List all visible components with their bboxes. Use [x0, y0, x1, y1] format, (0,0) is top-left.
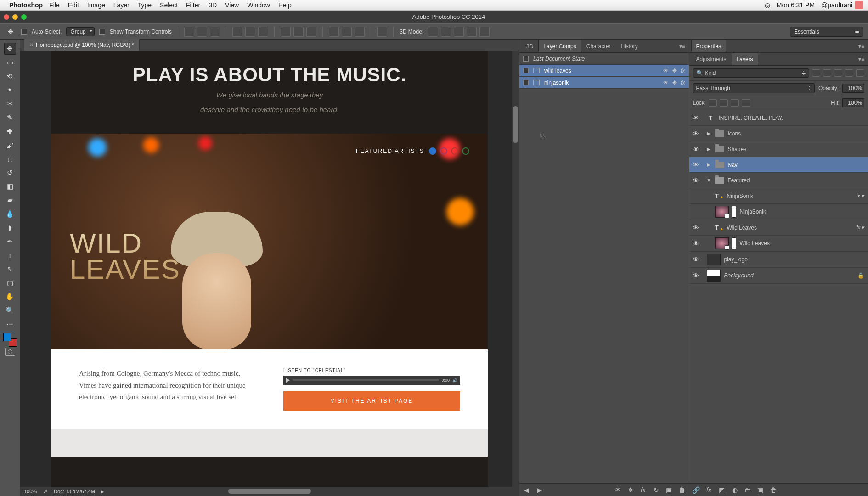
fill-input[interactable]: 100% — [842, 98, 864, 107]
gradient-tool-icon[interactable]: ▰ — [4, 194, 16, 206]
layer-row[interactable]: 👁play_logo — [689, 252, 868, 268]
tab-layer-comps[interactable]: Layer Comps — [538, 40, 581, 52]
layer-comp-apply-checkbox[interactable] — [523, 56, 529, 62]
window-zoom-button[interactable] — [21, 14, 27, 20]
disclosure-icon[interactable]: ▼ — [707, 178, 711, 183]
layer-visibility-icon[interactable]: 👁 — [692, 161, 699, 169]
filter-pixel-icon[interactable] — [812, 69, 820, 77]
position-attr-icon[interactable]: ✥ — [672, 68, 677, 74]
prev-comp-icon[interactable]: ◀ — [522, 486, 530, 494]
app-name[interactable]: Photoshop — [9, 1, 43, 9]
magic-wand-tool-icon[interactable]: ✦ — [4, 84, 16, 96]
document-tab[interactable]: × Homepage.psd @ 100% (Nav, RGB/8) * — [24, 39, 140, 51]
shape-tool-icon[interactable]: ▢ — [4, 277, 16, 289]
menu-select[interactable]: Select — [160, 1, 178, 9]
update-comp-icon[interactable]: ↻ — [652, 486, 660, 494]
quick-mask-icon[interactable] — [5, 348, 15, 356]
layer-visibility-icon[interactable]: 👁 — [692, 256, 699, 263]
layer-row[interactable]: 👁▼Featured — [689, 173, 868, 188]
new-comp-icon[interactable]: ▣ — [665, 486, 673, 494]
align-left-icon[interactable] — [232, 27, 242, 37]
auto-align-icon[interactable] — [377, 27, 387, 37]
distribute-top-icon[interactable] — [281, 27, 291, 37]
3d-roll-icon[interactable] — [441, 27, 451, 37]
zoom-tool-icon[interactable]: 🔍 — [4, 304, 16, 316]
cc-sync-icon[interactable]: ◎ — [765, 1, 770, 9]
layer-visibility-icon[interactable]: 👁 — [692, 177, 699, 184]
menu-file[interactable]: File — [49, 1, 60, 9]
auto-select-target-dropdown[interactable]: Group — [66, 27, 94, 36]
artist-dot-4[interactable] — [462, 147, 469, 155]
layer-visibility-icon[interactable]: 👁 — [692, 114, 699, 122]
menu-type[interactable]: Type — [138, 1, 152, 9]
distribute-right-icon[interactable] — [355, 27, 365, 37]
user-avatar-icon[interactable] — [855, 1, 863, 9]
canvas-horizontal-scrollbar[interactable] — [228, 489, 311, 494]
marquee-tool-icon[interactable]: ▭ — [4, 56, 16, 68]
export-icon[interactable]: ↗ — [43, 489, 47, 495]
align-bottom-icon[interactable] — [210, 27, 220, 37]
distribute-bottom-icon[interactable] — [306, 27, 316, 37]
distribute-hcenter-icon[interactable] — [342, 27, 352, 37]
healing-brush-tool-icon[interactable]: ✚ — [4, 125, 16, 137]
play-icon[interactable] — [286, 378, 290, 383]
lock-all-icon[interactable] — [742, 99, 750, 107]
history-brush-tool-icon[interactable]: ↺ — [4, 167, 16, 179]
distribute-left-icon[interactable] — [329, 27, 339, 37]
lock-position-icon[interactable] — [731, 99, 739, 107]
visibility-attr-icon[interactable]: 👁 — [663, 79, 669, 86]
next-comp-icon[interactable]: ▶ — [535, 486, 543, 494]
layer-comp-row[interactable]: wild leaves 👁 ✥ fx — [519, 65, 689, 77]
layer-visibility-icon[interactable]: 👁 — [692, 272, 699, 279]
menu-3d[interactable]: 3D — [209, 1, 217, 9]
delete-comp-icon[interactable]: 🗑 — [678, 486, 686, 494]
foreground-background-colors[interactable] — [3, 333, 17, 347]
blur-tool-icon[interactable]: 💧 — [4, 208, 16, 220]
tab-close-icon[interactable]: × — [30, 42, 33, 48]
align-hcenter-icon[interactable] — [245, 27, 255, 37]
menu-view[interactable]: View — [225, 1, 239, 9]
filter-smartobj-icon[interactable] — [856, 69, 864, 77]
tab-character[interactable]: Character — [581, 40, 616, 52]
artist-dot-3[interactable] — [451, 147, 458, 155]
visibility-attr-icon[interactable]: 👁 — [663, 68, 669, 74]
update-position-icon[interactable]: ✥ — [626, 486, 635, 494]
layer-comp-last-state[interactable]: Last Document State — [519, 53, 689, 65]
delete-layer-icon[interactable]: 🗑 — [769, 486, 778, 494]
blend-mode-dropdown[interactable]: Pass Through≑ — [693, 83, 815, 93]
panel-menu-icon[interactable]: ▾≡ — [855, 40, 868, 52]
link-layers-icon[interactable]: 🔗 — [692, 486, 700, 494]
volume-icon[interactable]: 🔊 — [452, 378, 457, 383]
layer-visibility-icon[interactable]: 👁 — [692, 146, 699, 153]
3d-pan-icon[interactable] — [454, 27, 464, 37]
appearance-attr-icon[interactable]: fx — [681, 68, 685, 74]
hand-tool-icon[interactable]: ✋ — [4, 291, 16, 303]
edit-toolbar-icon[interactable]: ⋯ — [4, 318, 16, 330]
eyedropper-tool-icon[interactable]: ✎ — [4, 112, 16, 124]
brush-tool-icon[interactable]: 🖌 — [4, 139, 16, 151]
align-vcenter-icon[interactable] — [197, 27, 207, 37]
3d-scale-icon[interactable] — [479, 27, 490, 37]
zoom-level[interactable]: 100% — [24, 489, 37, 494]
layer-row[interactable]: 👁▶Icons — [689, 126, 868, 141]
layer-row[interactable]: 👁Wild Leaves — [689, 236, 868, 252]
menu-image[interactable]: Image — [87, 1, 105, 9]
filter-adjustment-icon[interactable] — [823, 69, 831, 77]
foreground-color-swatch[interactable] — [3, 333, 11, 341]
layer-comp-row[interactable]: ninjasonik 👁 ✥ fx — [519, 77, 689, 89]
tab-adjustments[interactable]: Adjustments — [691, 53, 732, 65]
update-appearance-icon[interactable]: fx — [639, 486, 648, 494]
layer-fx-icon[interactable]: fx ▾ — [856, 225, 864, 231]
opacity-input[interactable]: 100% — [842, 84, 864, 93]
layer-row[interactable]: 👁▶Shapes — [689, 141, 868, 157]
panel-menu-icon[interactable]: ▾≡ — [676, 40, 689, 52]
new-layer-icon[interactable]: ▣ — [756, 486, 765, 494]
filter-type-icon[interactable] — [834, 69, 842, 77]
tab-3d[interactable]: 3D — [521, 40, 538, 52]
move-tool-icon[interactable]: ✥ — [4, 43, 16, 55]
panel-menu-icon[interactable]: ▾≡ — [855, 53, 868, 65]
3d-rotate-icon[interactable] — [428, 27, 438, 37]
layer-comp-apply-checkbox[interactable] — [523, 80, 529, 85]
layers-filter-kind-dropdown[interactable]: 🔍Kind≑ — [693, 68, 809, 78]
lasso-tool-icon[interactable]: ⟲ — [4, 70, 16, 82]
